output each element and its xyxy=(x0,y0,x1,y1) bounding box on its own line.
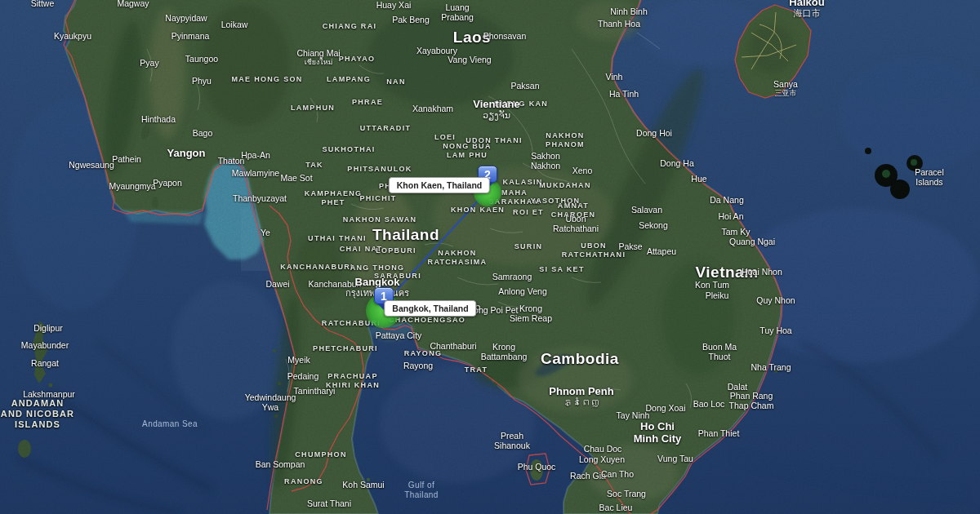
map-marker-2[interactable]: 2 xyxy=(478,166,497,183)
satellite-map xyxy=(0,0,980,514)
satellite-map-screenshot: ThailandLaosCambodiaVietnamAndaman SeaGu… xyxy=(0,0,980,514)
map-marker-1[interactable]: 1 xyxy=(374,287,394,304)
